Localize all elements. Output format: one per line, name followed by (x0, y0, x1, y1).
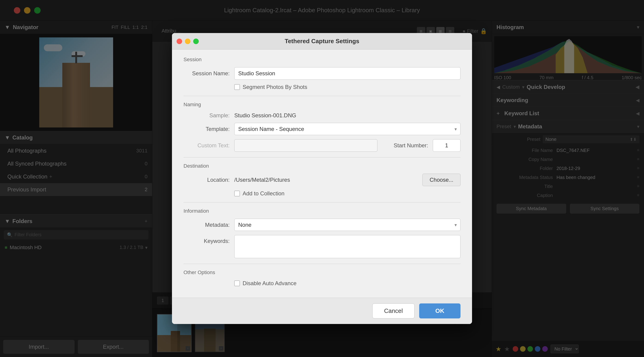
keywords-label: Keywords: (184, 235, 234, 244)
custom-text-label: Custom Text: (184, 142, 234, 149)
dialog-minimize-button (185, 39, 190, 44)
keywords-row: Keywords: (184, 235, 460, 258)
template-label: Template: (184, 126, 234, 132)
start-number-input[interactable] (433, 139, 460, 152)
custom-text-input[interactable] (234, 139, 378, 152)
cancel-button[interactable]: Cancel (372, 303, 414, 318)
dialog-close-button[interactable] (176, 39, 182, 44)
disable-auto-advance-checkbox[interactable] (234, 280, 240, 286)
segment-photos-checkbox[interactable] (234, 84, 240, 90)
metadata-select[interactable]: None (234, 219, 460, 231)
choose-button[interactable]: Choose... (422, 174, 460, 186)
dialog-title: Tethered Capture Settings (284, 38, 359, 45)
separator-2 (184, 157, 460, 158)
keywords-textarea[interactable] (234, 235, 460, 258)
separator-4 (184, 264, 460, 264)
session-name-label: Session Name: (184, 70, 234, 77)
naming-section-label: Naming (184, 102, 460, 108)
template-row: Template: Session Name - Sequence ▾ (184, 123, 460, 135)
custom-text-row: Custom Text: Start Number: (184, 139, 460, 152)
add-to-collection-row: Add to Collection (234, 190, 460, 197)
segment-photos-label: Segment Photos By Shots (242, 84, 307, 90)
location-label: Location: (184, 177, 234, 183)
dialog-footer: Cancel OK (172, 298, 472, 324)
location-row: Location: /Users/Metal2/Pictures Choose.… (184, 174, 460, 186)
session-section-label: Session (184, 57, 460, 63)
metadata-select-wrapper: None ▾ (234, 219, 460, 231)
dialog-maximize-button (193, 39, 199, 44)
add-to-collection-label: Add to Collection (242, 190, 284, 197)
dialog-window-buttons (176, 39, 199, 44)
disable-auto-advance-label: Disable Auto Advance (242, 280, 296, 286)
session-name-input[interactable] (234, 67, 460, 80)
add-to-collection-checkbox[interactable] (234, 191, 240, 196)
sample-row: Sample: Studio Session-001.DNG (184, 112, 460, 119)
separator-1 (184, 96, 460, 96)
destination-section-label: Destination (184, 163, 460, 169)
metadata-row: Metadata: None ▾ (184, 219, 460, 231)
other-options-label: Other Options (184, 269, 460, 275)
dialog-body: Session Session Name: Segment Photos By … (172, 50, 472, 298)
start-number-label: Start Number: (387, 142, 433, 149)
information-section-label: Information (184, 208, 460, 214)
template-select[interactable]: Session Name - Sequence (234, 123, 460, 135)
dialog-titlebar: Tethered Capture Settings (172, 33, 472, 50)
disable-auto-advance-row: Disable Auto Advance (234, 280, 460, 286)
ok-button[interactable]: OK (419, 303, 460, 318)
metadata-field-label: Metadata: (184, 222, 234, 228)
template-select-wrapper: Session Name - Sequence ▾ (234, 123, 460, 135)
segment-photos-row: Segment Photos By Shots (234, 84, 460, 90)
dialog-overlay: Tethered Capture Settings Session Sessio… (0, 0, 644, 357)
tethered-capture-dialog: Tethered Capture Settings Session Sessio… (172, 33, 472, 324)
sample-value: Studio Session-001.DNG (234, 112, 296, 119)
session-name-row: Session Name: (184, 67, 460, 80)
location-value: /Users/Metal2/Pictures (234, 177, 422, 183)
sample-label: Sample: (184, 112, 234, 119)
